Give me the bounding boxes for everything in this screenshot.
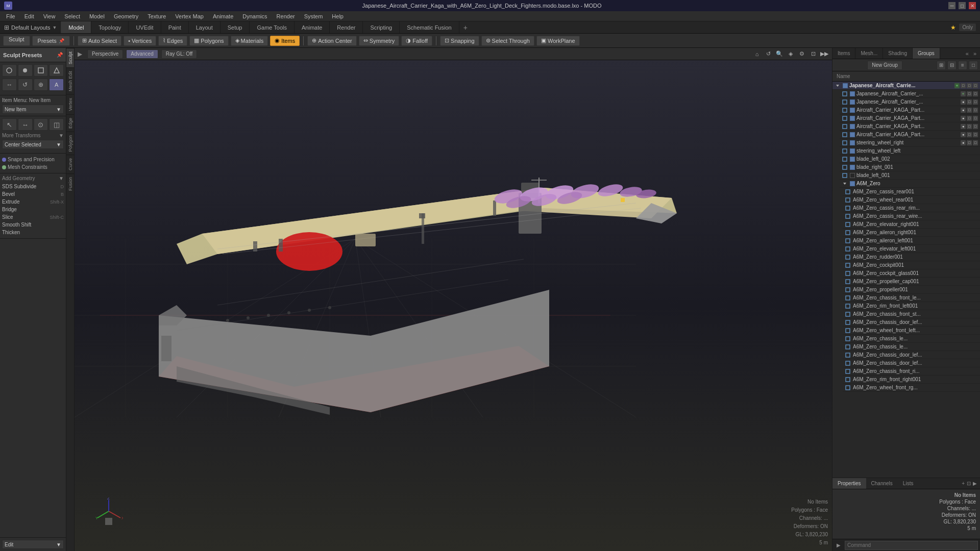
list-icon[interactable]: ≡ <box>958 61 967 70</box>
menu-select[interactable]: Select <box>60 13 84 20</box>
list-item[interactable]: A6M_Zero_wheel_front_rg... <box>843 384 980 392</box>
item-eye-6[interactable]: ● <box>961 132 966 137</box>
edges-button[interactable]: ⌇ Edges <box>158 36 187 46</box>
right-tab-shading[interactable]: Shading <box>883 48 913 59</box>
item-r-5[interactable]: □ <box>967 124 972 129</box>
tool-rotate-btn[interactable] <box>34 64 48 77</box>
list-item[interactable]: A6M_Zero_elevator_left001 <box>843 245 980 253</box>
item-menu-dropdown[interactable]: New Item ▼ <box>2 105 64 114</box>
list-item[interactable]: A6M_Zero_cassis_rear001 <box>843 188 980 196</box>
tab-uvedit[interactable]: UVEdit <box>129 21 161 33</box>
view-icon[interactable]: □ <box>969 61 978 70</box>
channels-tab[interactable]: Channels <box>866 478 898 489</box>
item-check-7[interactable] <box>850 140 855 145</box>
vtab-mesh-edit[interactable]: Mesh Edit <box>66 67 74 94</box>
tab-schematic-fusion[interactable]: Schematic Fusion <box>400 21 459 33</box>
list-item[interactable]: A6M_Zero_elevator_right001 <box>843 220 980 229</box>
properties-tab[interactable]: Properties <box>832 478 866 489</box>
vtab-vertex[interactable]: Vertex <box>66 94 74 114</box>
item-check-3[interactable] <box>850 108 855 113</box>
falloff-button[interactable]: ◑ Falloff <box>401 36 432 46</box>
bridge-item[interactable]: Bridge <box>2 206 64 213</box>
tab-animate[interactable]: Animate <box>295 21 330 33</box>
sculpt-presets-pin[interactable]: 📌 <box>57 52 63 58</box>
item-l-4[interactable]: □ <box>973 116 978 121</box>
item-check-5[interactable] <box>850 124 855 129</box>
tool-select-btn[interactable] <box>2 64 17 77</box>
list-item[interactable]: A6M_Zero_rudder001 <box>843 253 980 261</box>
center-selected-dropdown[interactable]: Center Selected ▼ <box>2 140 64 149</box>
list-item[interactable]: Aircraft_Carrier_KAGA_Part... ● □ □ <box>840 106 980 114</box>
item-check-6[interactable] <box>850 132 855 137</box>
tool-text-btn[interactable]: A <box>49 79 64 91</box>
ray-gl-button[interactable]: Ray GL: Off <box>161 49 198 59</box>
menu-geometry[interactable]: Geometry <box>110 13 142 20</box>
item-l-5[interactable]: □ <box>973 124 978 129</box>
item-l-6[interactable]: □ <box>973 132 978 137</box>
tab-setup[interactable]: Setup <box>220 21 250 33</box>
thicken-item[interactable]: Thicken <box>2 229 64 236</box>
add-tab-button[interactable]: + <box>459 21 472 33</box>
collapse-icon[interactable]: ⊟ <box>947 61 957 70</box>
item-check-10[interactable] <box>850 165 855 170</box>
group-extra-icon[interactable]: □ <box>973 83 978 88</box>
bevel-item[interactable]: Bevel B <box>2 190 64 198</box>
group-header-row[interactable]: Japanese_Aircraft_Carrie... ● □ □ □ <box>832 82 980 90</box>
favorites-star[interactable]: ★ <box>950 24 956 31</box>
right-tab-mesh[interactable]: Mesh... <box>855 48 883 59</box>
transform-mirror-btn[interactable]: ◫ <box>49 118 64 131</box>
item-eye-3[interactable]: ● <box>961 108 966 113</box>
scene-items-list[interactable]: Japanese_Aircraft_Carrie... ● □ □ □ Japa… <box>832 82 980 478</box>
list-item[interactable]: A6M_Zero_wheel_front_left... <box>843 327 980 335</box>
list-item[interactable]: A6M_Zero_aileron_left001 <box>843 237 980 245</box>
vtab-sculpt[interactable]: Sculpt <box>66 48 74 67</box>
perspective-button[interactable]: Perspective <box>87 49 123 59</box>
tool-add-btn[interactable]: ⊕ <box>34 79 48 91</box>
tab-topology[interactable]: Topology <box>91 21 129 33</box>
item-r-2[interactable]: □ <box>967 99 972 105</box>
transform-rotate-btn[interactable]: ⊙ <box>34 118 48 131</box>
right-tab-collapse-icon[interactable]: « <box>964 51 970 57</box>
command-input[interactable] <box>845 541 978 550</box>
tab-model[interactable]: Model <box>61 21 91 33</box>
item-check-8[interactable] <box>850 148 855 154</box>
list-item[interactable]: A6M_Zero_chassis_front_st... <box>843 310 980 318</box>
select-through-button[interactable]: ⊚ Select Through <box>481 36 534 46</box>
list-item[interactable]: blade_left_002 <box>840 155 980 163</box>
tool-move-btn[interactable] <box>18 64 33 77</box>
vp-undo-icon[interactable]: ↺ <box>764 49 773 59</box>
menu-texture[interactable]: Texture <box>143 13 170 20</box>
lists-tab[interactable]: Lists <box>898 478 919 489</box>
close-button[interactable]: ✕ <box>969 2 976 9</box>
menu-system[interactable]: System <box>300 13 327 20</box>
list-item[interactable]: steering_wheel_right ● □ □ <box>840 139 980 147</box>
item-eye-4[interactable]: ● <box>961 116 966 121</box>
extrude-item[interactable]: Extrude Shift-X <box>2 198 64 206</box>
group-render-icon[interactable]: □ <box>961 83 966 88</box>
list-item[interactable]: A6M_Zero_chassis_front_ri... <box>843 367 980 375</box>
group-eye-icon[interactable]: ● <box>954 83 960 88</box>
vtab-fusion[interactable]: Fusion <box>66 173 74 194</box>
item-eye-7[interactable]: ● <box>961 140 966 145</box>
layout-selector[interactable]: ⊞ Default Layouts ▼ <box>0 21 61 33</box>
tab-render[interactable]: Render <box>330 21 363 33</box>
item-r-4[interactable]: □ <box>967 116 972 121</box>
3d-viewport[interactable]: ▶ Perspective Advanced Ray GL: Off ⌂ ↺ 🔍… <box>75 48 832 551</box>
tool-scale-btn[interactable] <box>49 64 64 77</box>
list-item[interactable]: blade_left_001 <box>840 171 980 180</box>
filter-icon[interactable]: ⊞ <box>937 61 946 70</box>
item-r-6[interactable]: □ <box>967 132 972 137</box>
maximize-button[interactable]: □ <box>959 2 966 9</box>
vp-search-icon[interactable]: 🔍 <box>775 49 784 59</box>
item-check-11[interactable] <box>850 173 855 178</box>
tool-undo-btn[interactable]: ↺ <box>18 79 33 91</box>
menu-edit[interactable]: Edit <box>20 13 38 20</box>
only-button[interactable]: Only <box>959 23 976 31</box>
minimize-button[interactable]: ─ <box>948 2 955 9</box>
menu-file[interactable]: File <box>2 13 19 20</box>
list-item[interactable]: steering_wheel_left <box>840 147 980 155</box>
3d-scene[interactable]: X Y Z No Items Polygons : Face Channels:… <box>75 60 832 551</box>
menu-view[interactable]: View <box>39 13 60 20</box>
group-visibility-check[interactable] <box>843 83 848 88</box>
item-check-1[interactable] <box>850 91 855 96</box>
